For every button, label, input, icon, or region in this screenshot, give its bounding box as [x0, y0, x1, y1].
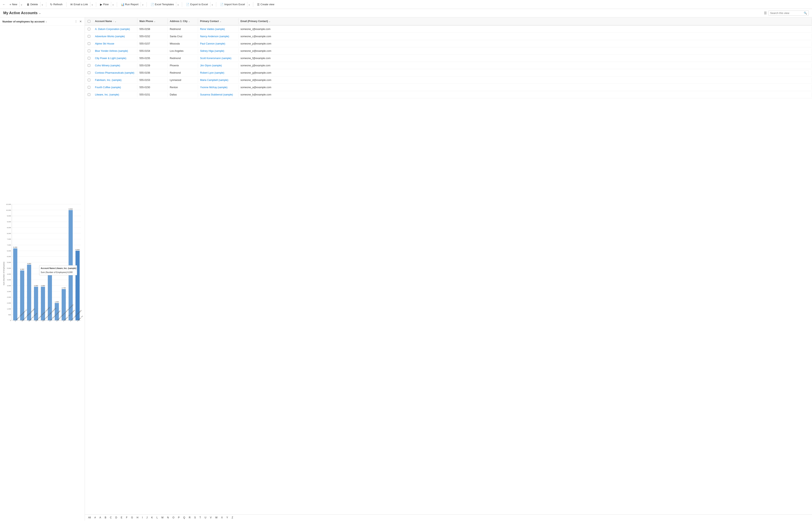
contact-link[interactable]: Nancy Anderson (sample)	[200, 35, 229, 38]
contact-link[interactable]: Paul Cannon (sample)	[200, 42, 225, 45]
row-checkbox[interactable]	[88, 71, 90, 74]
row-checkbox[interactable]	[88, 79, 90, 81]
page-letter-button[interactable]: N	[166, 515, 171, 520]
excel-templates-dropdown[interactable]: ⌄	[176, 2, 180, 7]
account-link[interactable]: A. Datum Corporation (sample)	[95, 28, 130, 30]
page-letter-button[interactable]: H	[135, 515, 140, 520]
col-header-account[interactable]: Account Name ↑ ⌄	[93, 18, 138, 24]
chart-more-button[interactable]: ⋮	[74, 19, 78, 23]
contact-link[interactable]: Yvonne McKay (sample)	[200, 86, 228, 89]
page-letter-button[interactable]: J	[145, 515, 149, 520]
page-all-button[interactable]: All	[87, 515, 92, 520]
row-checkbox[interactable]	[88, 49, 90, 52]
account-link[interactable]: Fourth Coffee (sample)	[95, 86, 121, 89]
page-letter-button[interactable]: X	[219, 515, 224, 520]
bar-9[interactable]	[76, 251, 80, 321]
run-report-button[interactable]: 📊 Run Report	[119, 2, 141, 7]
col-header-email[interactable]: Email (Primary Contact) ⌄	[238, 18, 812, 24]
filter-icon[interactable]: ☰	[764, 11, 767, 15]
page-letter-button[interactable]: D	[114, 515, 119, 520]
run-report-dropdown[interactable]: ⌄	[141, 2, 145, 7]
flow-button[interactable]: ▶ Flow	[98, 2, 111, 7]
col-account-filter-icon[interactable]: ⌄	[115, 20, 116, 22]
import-excel-button[interactable]: 📄 Import from Excel	[218, 2, 247, 7]
page-letter-button[interactable]: I	[140, 515, 144, 520]
row-checkbox[interactable]	[88, 57, 90, 60]
page-letter-button[interactable]: E	[119, 515, 124, 520]
email-dropdown[interactable]: ⌄	[90, 2, 94, 7]
delete-dropdown[interactable]: ⌄	[40, 2, 45, 7]
page-letter-button[interactable]: G	[129, 515, 135, 520]
account-link[interactable]: Adventure Works (sample)	[95, 35, 125, 38]
account-link[interactable]: Contoso Pharmaceuticals (sample)	[95, 71, 135, 74]
page-letter-button[interactable]: Y	[225, 515, 230, 520]
account-link[interactable]: Alpine Ski House	[95, 42, 114, 45]
search-box[interactable]: 🔍	[768, 10, 809, 16]
page-letter-button[interactable]: L	[155, 515, 160, 520]
page-letter-button[interactable]: Z	[230, 515, 235, 520]
row-checkbox[interactable]	[88, 93, 90, 96]
contact-link[interactable]: Scott Konersmann (sample)	[200, 57, 231, 60]
bar-8[interactable]	[69, 210, 73, 321]
col-city-filter-icon[interactable]: ⌄	[188, 20, 190, 22]
chart-close-button[interactable]: ✕	[79, 19, 82, 23]
row-checkbox[interactable]	[88, 42, 90, 45]
import-dropdown[interactable]: ⌄	[247, 2, 252, 7]
page-letter-button[interactable]: W	[214, 515, 219, 520]
contact-link[interactable]: Jim Glynn (sample)	[200, 64, 222, 67]
email-link-button[interactable]: ✉ Email a Link	[68, 2, 90, 7]
account-link[interactable]: Coho Winery (sample)	[95, 64, 120, 67]
page-letter-button[interactable]: F	[124, 515, 129, 520]
contact-link[interactable]: Susanna Stubberod (sample)	[200, 93, 233, 96]
export-dropdown[interactable]: ⌄	[210, 2, 214, 7]
cell-contact: Scott Konersmann (sample)	[198, 55, 238, 61]
excel-templates-button[interactable]: 📄 Excel Templates	[148, 2, 176, 7]
page-letter-button[interactable]: A	[98, 515, 103, 520]
page-letter-button[interactable]: U	[203, 515, 208, 520]
col-phone-filter-icon[interactable]: ⌄	[154, 20, 156, 22]
page-letter-button[interactable]: R	[187, 515, 192, 520]
page-letter-button[interactable]: B	[103, 515, 108, 520]
page-letter-button[interactable]: Q	[182, 515, 187, 520]
account-link[interactable]: City Power & Light (sample)	[95, 57, 126, 60]
row-checkbox[interactable]	[88, 64, 90, 67]
account-link[interactable]: Blue Yonder Airlines (sample)	[95, 49, 128, 52]
row-checkbox[interactable]	[88, 86, 90, 89]
select-all-checkbox[interactable]	[88, 20, 90, 23]
export-excel-button[interactable]: 📄 Export to Excel	[184, 2, 210, 7]
page-letter-button[interactable]: P	[176, 515, 181, 520]
col-header-city[interactable]: Address 1: City ⌄	[168, 18, 198, 24]
row-checkbox[interactable]	[88, 28, 90, 30]
page-letter-button[interactable]: #	[93, 515, 97, 520]
page-letter-button[interactable]: O	[171, 515, 176, 520]
page-letter-button[interactable]: V	[208, 515, 213, 520]
title-chevron-icon[interactable]: ⌄	[39, 12, 41, 15]
col-header-phone[interactable]: Main Phone ⌄	[138, 18, 168, 24]
contact-link[interactable]: Rene Valdes (sample)	[200, 28, 225, 30]
page-letter-button[interactable]: S	[193, 515, 197, 520]
new-button[interactable]: + New	[7, 2, 19, 7]
page-letter-button[interactable]: T	[198, 515, 202, 520]
search-input[interactable]	[770, 12, 803, 15]
new-dropdown[interactable]: ⌄	[19, 2, 24, 7]
contact-link[interactable]: Maria Campbell (sample)	[200, 79, 229, 82]
col-header-contact[interactable]: Primary Contact ⌄	[198, 18, 238, 24]
account-link[interactable]: Litware, Inc. (sample)	[95, 93, 119, 96]
delete-button[interactable]: 🗑 Delete	[24, 2, 40, 7]
page-letter-button[interactable]: M	[160, 515, 165, 520]
page-letter-button[interactable]: K	[149, 515, 154, 520]
chart-title-chevron-icon[interactable]: ⌄	[45, 20, 47, 23]
contact-link[interactable]: Sidney Higa (sample)	[200, 49, 224, 52]
account-link[interactable]: Fabrikam, Inc. (sample)	[95, 79, 121, 82]
col-email-filter-icon[interactable]: ⌄	[269, 20, 270, 22]
back-button[interactable]: ←	[2, 2, 6, 7]
pagination-bar: All#ABCDEFGHIJKLMNOPQRSTUVWXYZ	[85, 514, 812, 521]
create-view-button[interactable]: ☰ Create view	[255, 2, 277, 7]
refresh-button[interactable]: ↻ Refresh	[48, 2, 65, 7]
col-contact-filter-icon[interactable]: ⌄	[220, 20, 221, 22]
contact-link[interactable]: Robert Lyon (sample)	[200, 71, 224, 74]
page-letter-button[interactable]: C	[108, 515, 113, 520]
flow-dropdown[interactable]: ⌄	[111, 2, 115, 7]
row-checkbox[interactable]	[88, 35, 90, 38]
bar-0[interactable]	[13, 248, 17, 320]
